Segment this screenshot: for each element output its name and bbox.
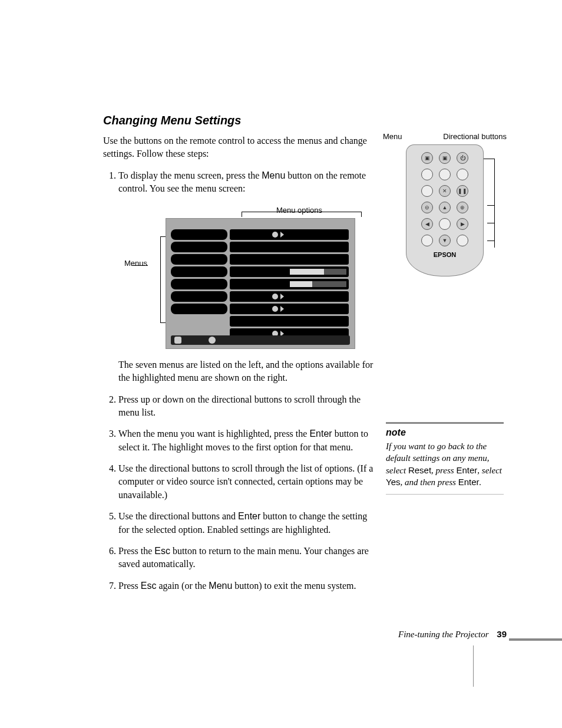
remote-zoom-in-icon: ⊕ (457, 202, 468, 213)
chapter-title: Fine-tuning the Projector (398, 630, 489, 639)
note-title: note (386, 427, 504, 438)
intro-paragraph: Use the buttons on the remote control to… (103, 134, 374, 161)
note-text: . (480, 477, 482, 487)
step-7: Press Esc again (or the Menu button) to … (118, 579, 374, 592)
menu-screen-diagram: Menu options Menus (154, 205, 374, 349)
reset-ref: Reset (408, 465, 431, 475)
step6-text-a: Press the (118, 546, 154, 556)
page-footer: Fine-tuning the Projector 39 (398, 629, 507, 640)
step-1: To display the menu screen, press the Me… (118, 169, 374, 385)
enter-ref-2: Enter (458, 477, 480, 487)
remote-menu-button-icon: ▣ (439, 152, 451, 164)
remote-pause-button-icon: ❚❚ (457, 185, 468, 197)
esc-button-ref: Esc (154, 546, 170, 556)
page-edge-rule (473, 645, 474, 687)
remote-down-button-icon: ▼ (439, 235, 451, 246)
step-4: Use the directional buttons to scroll th… (118, 462, 374, 502)
step-3: When the menu you want is highlighted, p… (118, 427, 374, 454)
enter-button-ref-2: Enter (238, 511, 260, 521)
enter-ref: Enter (456, 465, 477, 475)
remote-right-button-icon: ▶ (457, 218, 468, 230)
steps-list: To display the menu screen, press the Me… (103, 169, 374, 592)
step-5: Use the directional buttons and Enter bu… (118, 510, 374, 536)
menu-options-column (230, 229, 349, 341)
menu-footer-bar (171, 335, 350, 345)
remote-button-icon (421, 185, 433, 197)
remote-button-icon (457, 235, 468, 246)
note-text: , and then press (400, 477, 458, 487)
remote-directional-label: Directional buttons (443, 132, 507, 141)
step7-text-b: again (or the (156, 581, 209, 591)
remote-button-icon (457, 169, 468, 180)
step-2: Press up or down on the directional butt… (118, 393, 374, 420)
remote-menu-label: Menu (383, 132, 402, 141)
step5-text-a: Use the directional buttons and (118, 511, 238, 521)
menus-label: Menus (124, 258, 147, 269)
remote-brand-label: EPSON (406, 251, 483, 258)
step-6: Press the Esc button to return to the ma… (118, 545, 374, 571)
enter-button-ref: Enter (309, 429, 332, 439)
note-sidebar: note If you want to go back to the defau… (386, 422, 504, 495)
step7-text-a: Press (118, 581, 141, 591)
step3-text-a: When the menu you want is highlighted, p… (118, 429, 309, 439)
step1-after-text: The seven menus are listed on the left, … (118, 358, 374, 385)
remote-zoom-out-icon: ⊖ (421, 202, 433, 213)
remote-up-button-icon: ▲ (439, 202, 451, 213)
yes-ref: Yes (386, 477, 400, 487)
remote-button-icon: ▣ (421, 152, 433, 164)
note-body: If you want to go back to the default se… (386, 440, 504, 495)
note-text: , select (477, 466, 502, 475)
remote-button-icon (439, 169, 451, 180)
section-heading: Changing Menu Settings (103, 114, 374, 127)
esc-button-ref-2: Esc (141, 581, 157, 591)
remote-power-button-icon: ⏻ (457, 152, 468, 164)
step1-text-a: To display the menu screen, press the (118, 170, 262, 180)
remote-control-diagram: Menu Directional buttons ▣ ▣ ⏻ (383, 132, 507, 276)
note-text: , press (431, 466, 456, 475)
remote-button-icon (421, 169, 433, 180)
menu-button-ref: Menu (262, 170, 285, 180)
menu-button-ref-2: Menu (209, 581, 232, 591)
step7-text-c: button) to exit the menu system. (232, 581, 356, 591)
footer-rule (509, 638, 562, 641)
remote-left-button-icon: ◀ (421, 218, 433, 230)
remote-mute-button-icon: ✕ (439, 185, 451, 197)
remote-button-icon (421, 235, 433, 246)
page-number: 39 (497, 629, 507, 639)
remote-enter-button-icon (439, 218, 451, 230)
menu-list-column (171, 229, 227, 316)
